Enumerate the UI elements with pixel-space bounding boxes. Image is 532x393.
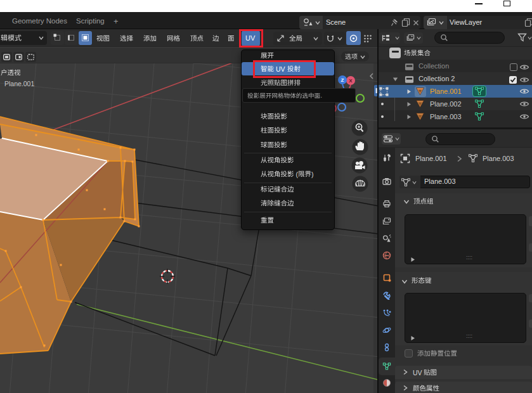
svg-text:Z: Z (341, 77, 344, 83)
svg-text:X: X (349, 78, 353, 84)
